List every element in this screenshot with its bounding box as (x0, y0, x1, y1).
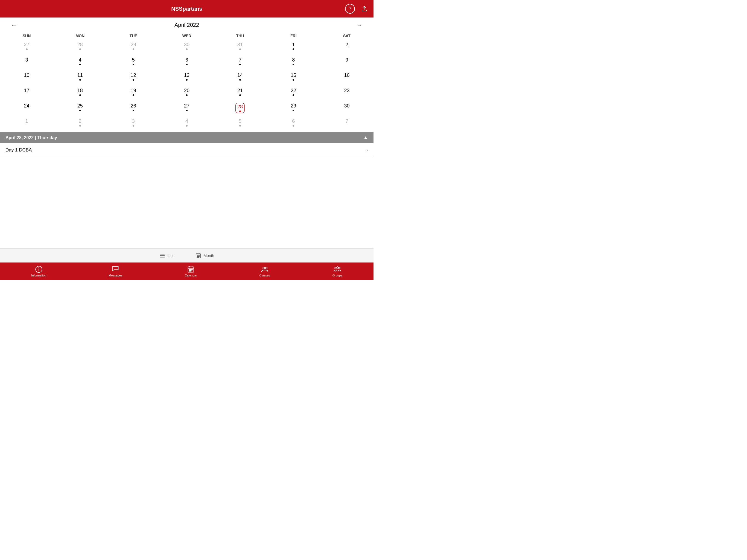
svg-rect-11 (198, 256, 199, 257)
list-view-button[interactable]: List (159, 253, 174, 259)
event-dot (79, 48, 81, 50)
event-dot (133, 79, 134, 81)
cal-day-2-3[interactable]: 13 (160, 71, 213, 86)
nav-item-classes[interactable]: Classes (259, 265, 270, 277)
cal-date-num: 29 (291, 103, 296, 109)
cal-day-4-1[interactable]: 25 (53, 101, 107, 117)
top-bar-actions: ? (345, 4, 369, 14)
cal-date-num: 25 (77, 103, 83, 109)
cal-date-num: 14 (237, 73, 243, 78)
list-icon (159, 253, 165, 259)
cal-day-3-5[interactable]: 22 (267, 86, 320, 101)
event-dot (186, 48, 187, 50)
cal-day-1-3[interactable]: 6 (160, 55, 213, 71)
calendar-week-1: 3456789 (0, 55, 374, 71)
cal-day-0-2[interactable]: 29 (107, 40, 160, 55)
cal-date-num: 5 (132, 57, 135, 63)
calendar-week-5: 1234567 (0, 117, 374, 132)
event-item-0[interactable]: Day 1 DCBA› (0, 143, 374, 157)
cal-day-3-4[interactable]: 21 (213, 86, 267, 101)
cal-date-num: 30 (184, 42, 189, 48)
cal-date-num: 13 (184, 73, 189, 78)
month-calendar-icon (195, 253, 201, 259)
cal-day-1-2[interactable]: 5 (107, 55, 160, 71)
nav-item-groups[interactable]: Groups (333, 265, 342, 277)
cal-day-4-6[interactable]: 30 (320, 101, 374, 117)
cal-day-1-1[interactable]: 4 (53, 55, 107, 71)
event-dot (292, 48, 294, 50)
nav-item-messages[interactable]: Messages (108, 265, 122, 277)
cal-date-num: 2 (79, 119, 81, 124)
cal-day-5-2[interactable]: 3 (107, 117, 160, 132)
cal-day-3-3[interactable]: 20 (160, 86, 213, 101)
collapse-icon[interactable]: ▲ (363, 135, 368, 141)
event-dot (79, 125, 81, 127)
cal-day-4-3[interactable]: 27 (160, 101, 213, 117)
cal-date-num: 12 (131, 73, 136, 78)
cal-day-4-2[interactable]: 26 (107, 101, 160, 117)
help-button[interactable]: ? (345, 4, 355, 14)
cal-day-0-1[interactable]: 28 (53, 40, 107, 55)
cal-date-num: 2 (345, 42, 348, 48)
svg-point-28 (335, 267, 336, 269)
cal-day-5-3[interactable]: 4 (160, 117, 213, 132)
cal-day-0-3[interactable]: 30 (160, 40, 213, 55)
cal-day-2-2[interactable]: 12 (107, 71, 160, 86)
cal-day-5-1[interactable]: 2 (53, 117, 107, 132)
svg-rect-24 (189, 271, 190, 271)
svg-rect-21 (189, 269, 190, 270)
cal-date-num: 5 (239, 119, 241, 124)
cal-day-1-6[interactable]: 9 (320, 55, 374, 71)
cal-day-2-1[interactable]: 11 (53, 71, 107, 86)
nav-label-calendar: Calendar (185, 274, 197, 277)
cal-date-num: 8 (292, 57, 295, 63)
cal-date-num: 15 (291, 73, 296, 78)
cal-day-3-1[interactable]: 18 (53, 86, 107, 101)
cal-day-3-2[interactable]: 19 (107, 86, 160, 101)
cal-day-0-0[interactable]: 27 (0, 40, 53, 55)
cal-date-num: 1 (25, 119, 28, 124)
cal-day-5-5[interactable]: 6 (267, 117, 320, 132)
cal-day-1-5[interactable]: 8 (267, 55, 320, 71)
day-header-mon: MON (53, 32, 107, 40)
calendar-week-4: 24252627282930 (0, 101, 374, 117)
cal-day-5-4[interactable]: 5 (213, 117, 267, 132)
cal-day-4-5[interactable]: 29 (267, 101, 320, 117)
prev-month-button[interactable]: ← (6, 19, 21, 31)
cal-day-1-4[interactable]: 7 (213, 55, 267, 71)
svg-point-29 (337, 266, 338, 268)
cal-day-3-0[interactable]: 17 (0, 86, 53, 101)
cal-day-0-6[interactable]: 2 (320, 40, 374, 55)
cal-day-2-4[interactable]: 14 (213, 71, 267, 86)
event-dot (186, 125, 187, 127)
cal-date-num: 16 (344, 73, 350, 78)
cal-date-num: 17 (24, 88, 29, 94)
cal-day-0-5[interactable]: 1 (267, 40, 320, 55)
cal-day-0-4[interactable]: 31 (213, 40, 267, 55)
event-dot (186, 94, 187, 96)
cal-day-5-6[interactable]: 7 (320, 117, 374, 132)
list-label: List (168, 253, 174, 258)
nav-item-information[interactable]: Information (31, 265, 46, 277)
nav-item-calendar[interactable]: Calendar (185, 265, 197, 277)
cal-day-4-4[interactable]: 28 (213, 101, 267, 117)
cal-day-3-6[interactable]: 23 (320, 86, 374, 101)
nav-label-classes: Classes (259, 274, 270, 277)
cal-day-2-5[interactable]: 15 (267, 71, 320, 86)
cal-date-num: 7 (239, 57, 241, 63)
month-view-button[interactable]: Month (195, 253, 214, 259)
share-button[interactable] (359, 4, 369, 14)
month-label: Month (203, 253, 214, 258)
cal-day-1-0[interactable]: 3 (0, 55, 53, 71)
cal-date-num: 1 (292, 42, 295, 48)
cal-date-num: 30 (344, 103, 350, 109)
cal-day-2-6[interactable]: 16 (320, 71, 374, 86)
event-dot (133, 110, 134, 111)
share-icon (361, 5, 367, 12)
cal-day-2-0[interactable]: 10 (0, 71, 53, 86)
cal-date-num: 27 (24, 42, 29, 48)
next-month-button[interactable]: → (352, 19, 367, 31)
bottom-toolbar: List Month (0, 248, 374, 262)
cal-day-4-0[interactable]: 24 (0, 101, 53, 117)
cal-day-5-0[interactable]: 1 (0, 117, 53, 132)
